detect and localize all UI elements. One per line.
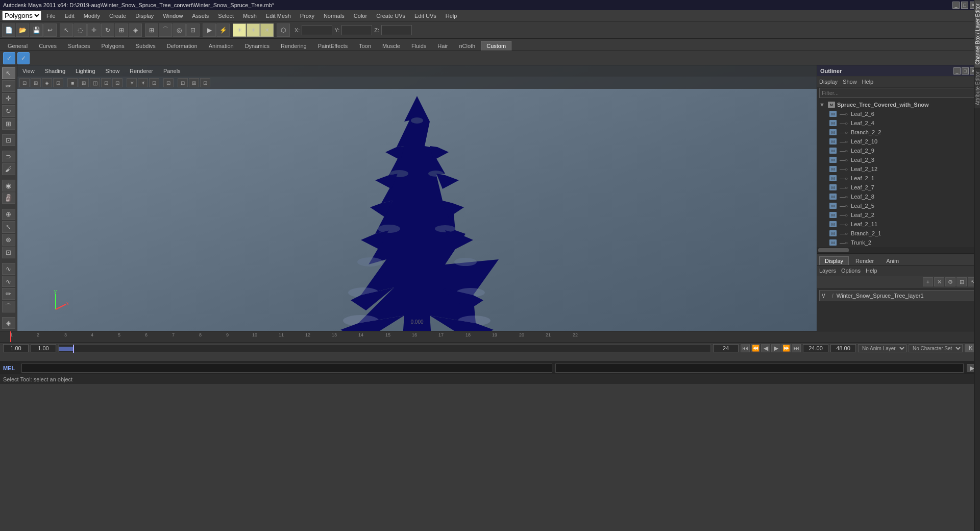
layer-item[interactable]: V / Winter_Snow_Spruce_Tree_layer1 (819, 290, 978, 301)
vp-xray[interactable]: ◫ (90, 78, 100, 87)
list-item[interactable]: M —○ Leaf_2_3 (817, 155, 980, 164)
menu-help[interactable]: Help (442, 12, 461, 20)
play-back-button[interactable]: ◀ (761, 344, 770, 352)
tab-ncloth[interactable]: nCloth (453, 41, 481, 51)
list-item[interactable]: M —○ Leaf_2_8 (817, 192, 980, 201)
attribute-editor-tab[interactable]: Attribute Editor (974, 68, 981, 108)
minimize-button[interactable]: _ (952, 2, 960, 9)
le-menu-options[interactable]: Options (841, 268, 861, 274)
tab-general[interactable]: General (2, 41, 33, 51)
save-scene-button[interactable]: 💾 (30, 23, 43, 37)
vp-menu-renderer[interactable]: Renderer (128, 67, 155, 75)
rotate-mode-button[interactable]: ↻ (2, 105, 15, 117)
tab-custom[interactable]: Custom (481, 41, 511, 51)
vp-menu-panels[interactable]: Panels (161, 67, 183, 75)
mel-input[interactable] (21, 364, 552, 373)
vp-menu-shading[interactable]: Shading (43, 67, 67, 75)
select-mode-button[interactable]: ↖ (2, 67, 15, 79)
pencil-curve-button[interactable]: ✏ (2, 288, 15, 300)
vp-grid[interactable]: ⊞ (189, 78, 199, 87)
undo-button[interactable]: ↩ (43, 23, 57, 37)
end-frame-input[interactable] (713, 344, 739, 352)
y-input[interactable] (341, 25, 372, 35)
list-item[interactable]: M —○ Leaf_2_12 (817, 164, 980, 174)
tab-fluids[interactable]: Fluids (406, 41, 432, 51)
universal-manip-button[interactable]: ◈ (129, 23, 142, 37)
menu-window[interactable]: Window (159, 12, 187, 20)
vp-menu-show[interactable]: Show (104, 67, 122, 75)
open-scene-button[interactable]: 📂 (16, 23, 29, 37)
ik-handle-button[interactable]: ⤡ (2, 221, 15, 233)
x-input[interactable] (302, 25, 332, 35)
vp-lighting-default[interactable]: ☀ (127, 78, 137, 87)
vp-select-obj[interactable]: ◈ (42, 78, 52, 87)
outliner-menu-help[interactable]: Help (862, 79, 874, 85)
scale-tool-button[interactable]: ⊞ (115, 23, 128, 37)
current-frame-input[interactable] (3, 344, 29, 352)
outliner-menu-display[interactable]: Display (819, 79, 838, 85)
tab-animation[interactable]: Animation (203, 41, 239, 51)
light3-button[interactable]: ☀ (260, 23, 274, 37)
lasso-button[interactable]: ⊃ (2, 151, 15, 162)
vp-menu-view[interactable]: View (20, 67, 37, 75)
timeline-ruler[interactable]: 1 2 3 4 5 6 7 8 9 10 11 12 13 14 15 16 1… (0, 331, 980, 343)
list-item[interactable]: M —○ Branch_2_2 (817, 128, 980, 137)
le-new-layer-button[interactable]: + (923, 277, 933, 286)
scale-mode-button[interactable]: ⊞ (2, 118, 15, 130)
snap-point-button[interactable]: ◎ (173, 23, 186, 37)
tab-painteffects[interactable]: PaintEffects (312, 41, 354, 51)
soft-mod-button[interactable]: ◉ (2, 180, 15, 191)
menu-edit-mesh[interactable]: Edit Mesh (262, 12, 295, 20)
menu-file[interactable]: File (42, 12, 60, 20)
max-end-input[interactable] (830, 344, 856, 352)
le-layer-options-button[interactable]: ⚙ (945, 277, 955, 286)
ql-btn-1[interactable]: ✓ (3, 52, 15, 64)
light2-button[interactable]: ☀ (247, 23, 260, 37)
create-joint-button[interactable]: ⊕ (2, 209, 15, 221)
menu-select[interactable]: Select (214, 12, 238, 20)
menu-normals[interactable]: Normals (320, 12, 349, 20)
list-item[interactable]: M —○ Leaf_2_10 (817, 137, 980, 146)
tab-surfaces[interactable]: Surfaces (62, 41, 95, 51)
current-time-input[interactable] (31, 344, 56, 352)
vp-wireframe[interactable]: ⊞ (79, 78, 89, 87)
tab-deformation[interactable]: Deformation (161, 41, 203, 51)
outliner-hscrollbar[interactable] (817, 247, 980, 253)
menu-proxy[interactable]: Proxy (296, 12, 318, 20)
list-item[interactable]: M —○ Leaf_2_11 (817, 220, 980, 229)
max-time-input[interactable] (803, 344, 828, 352)
vp-menu-lighting[interactable]: Lighting (74, 67, 97, 75)
vp-shadow[interactable]: ⊡ (149, 78, 159, 87)
vp-wireframe-shade[interactable]: ⊡ (112, 78, 122, 87)
anim-layer-select[interactable]: No Anim Layer (858, 344, 906, 352)
snap-view-button[interactable]: ⊡ (186, 23, 200, 37)
le-delete-layer-button[interactable]: ✕ (934, 277, 944, 286)
lasso-select-button[interactable]: ◌ (74, 23, 87, 37)
z-input[interactable] (381, 25, 412, 35)
outliner-menu-show[interactable]: Show (843, 79, 857, 85)
tab-curves[interactable]: Curves (33, 41, 62, 51)
next-frame-button[interactable]: ⏩ (781, 344, 791, 352)
le-tab-display[interactable]: Display (819, 256, 849, 265)
le-menu-layers[interactable]: Layers (819, 268, 836, 274)
menu-color[interactable]: Color (350, 12, 371, 20)
region-of-effect-button[interactable]: ◈ (2, 317, 15, 329)
select-mask-button[interactable]: ⬡ (277, 23, 290, 37)
move-mode-button[interactable]: ✛ (2, 93, 15, 105)
tab-rendering[interactable]: Rendering (275, 41, 312, 51)
menu-edit-uvs[interactable]: Edit UVs (410, 12, 440, 20)
tab-dynamics[interactable]: Dynamics (239, 41, 275, 51)
menu-assets[interactable]: Assets (188, 12, 213, 20)
prev-frame-button[interactable]: ⏪ (751, 344, 760, 352)
vp-cam-book[interactable]: ⊡ (178, 78, 188, 87)
mode-selector[interactable]: Polygons (2, 11, 41, 20)
play-forward-button[interactable]: ▶ (771, 344, 780, 352)
vp-select-hier[interactable]: ⊞ (31, 78, 41, 87)
tab-polygons[interactable]: Polygons (95, 41, 130, 51)
vp-shading-mode[interactable]: ■ (67, 78, 78, 87)
le-membership-button[interactable]: ⊞ (957, 277, 967, 286)
playhead[interactable] (10, 331, 11, 342)
tab-subdivs[interactable]: Subdivs (130, 41, 161, 51)
channel-box-tab[interactable]: Channel Box / Layer Editor (974, 0, 981, 68)
menu-modify[interactable]: Modify (80, 12, 104, 20)
